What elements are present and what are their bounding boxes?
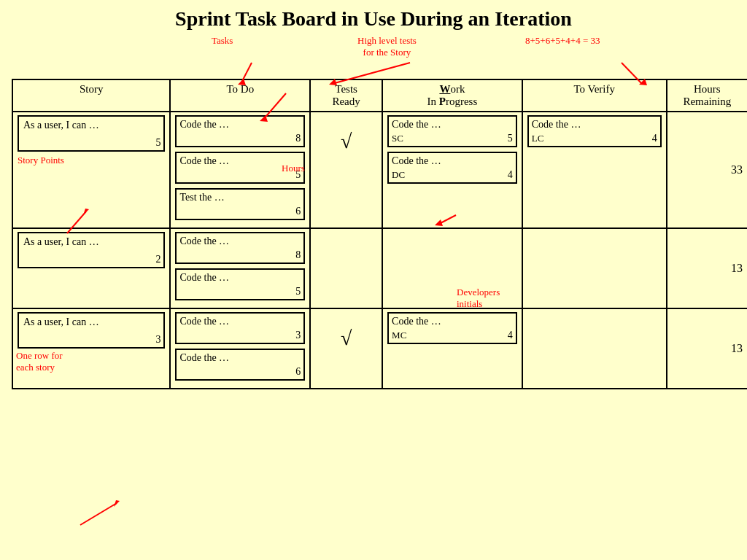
high-level-annotation: High level tests for the Story <box>357 35 417 58</box>
story-cell-0: As a user, I can … 5Story Points <box>12 112 170 228</box>
wip-cell-0: Code the … SC 5Code the … DC 4 <box>382 112 522 228</box>
todo-task-0-2: Test the … 6 <box>175 188 305 220</box>
wip-cell-1 <box>382 228 522 308</box>
verify-task-0-0: Code the … LC 4 <box>527 115 662 147</box>
story-points-label: Story Points <box>18 155 165 166</box>
developers-annotation: Developers initials <box>457 287 500 310</box>
table-header-row: Story To Do TestsReady Work In Progress … <box>12 79 747 112</box>
check-mark-0: √ <box>315 115 377 153</box>
verify-cell-2 <box>522 308 667 389</box>
header-to-verify: To Verify <box>522 79 667 112</box>
tests-cell-0: √ <box>310 112 382 228</box>
hours-remaining-cell-0: 33 <box>667 112 747 228</box>
tasks-annotation: Tasks <box>212 35 233 47</box>
wip-task-0-0: Code the … SC 5 <box>387 115 517 147</box>
header-tests: TestsReady <box>310 79 382 112</box>
hours-remaining-cell-1: 13 <box>667 228 747 308</box>
one-row-annotation: One row for each story <box>16 350 63 373</box>
todo-task-1-0: Code the … 8 <box>175 232 305 264</box>
story-card-0: As a user, I can … 5 <box>18 115 165 152</box>
svg-line-12 <box>80 503 117 525</box>
table-row: As a user, I can … 2Code the … 8Code the… <box>12 228 747 308</box>
table-row: As a user, I can … 3Code the … 3Code the… <box>12 308 747 389</box>
sum-annotation: 8+5+6+5+4+4 = 33 <box>525 35 600 47</box>
story-card-2: As a user, I can … 3 <box>18 312 165 349</box>
todo-task-1-1: Code the … 5 <box>175 268 305 300</box>
todo-cell-2: Code the … 3Code the … 6 <box>170 308 310 389</box>
header-hours: HoursRemaining <box>667 79 747 112</box>
wip-task-2-0: Code the … MC 4 <box>387 312 517 344</box>
header-story: Story <box>12 79 170 112</box>
wip-cell-2: Code the … MC 4 <box>382 308 522 389</box>
verify-cell-0: Code the … LC 4 <box>522 112 667 228</box>
page-title: Sprint Task Board in Use During an Itera… <box>0 0 747 35</box>
header-todo: To Do <box>170 79 310 112</box>
svg-marker-13 <box>114 500 120 507</box>
hours-annotation: Hours <box>282 163 305 174</box>
story-cell-1: As a user, I can … 2 <box>12 228 170 308</box>
wip-task-0-1: Code the … DC 4 <box>387 152 517 184</box>
todo-task-0-0: Code the … 8 <box>175 115 305 147</box>
tests-cell-2: √ <box>310 308 382 389</box>
hours-remaining-cell-2: 13 <box>667 308 747 389</box>
tests-cell-1 <box>310 228 382 308</box>
verify-cell-1 <box>522 228 667 308</box>
todo-cell-1: Code the … 8Code the … 5 <box>170 228 310 308</box>
sprint-board-table: Story To Do TestsReady Work In Progress … <box>12 79 747 389</box>
todo-task-2-1: Code the … 6 <box>175 349 305 381</box>
story-cell-2: As a user, I can … 3 <box>12 308 170 389</box>
header-wip: Work In Progress <box>382 79 522 112</box>
story-card-1: As a user, I can … 2 <box>18 232 165 268</box>
todo-task-2-0: Code the … 3 <box>175 312 305 344</box>
check-mark-2: √ <box>315 312 377 350</box>
table-row: As a user, I can … 5Story PointsCode the… <box>12 112 747 228</box>
